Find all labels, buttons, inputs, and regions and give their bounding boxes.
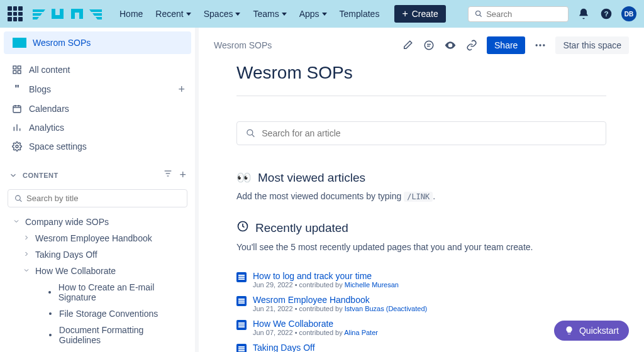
search-input[interactable] bbox=[486, 9, 562, 19]
recent-title[interactable]: Wesrom Employee Handbook bbox=[253, 295, 427, 305]
nav-item-recent[interactable]: Recent bbox=[150, 5, 196, 23]
breadcrumb[interactable]: Wesrom SOPs bbox=[214, 40, 272, 50]
nav-item-apps[interactable]: Apps bbox=[294, 5, 332, 23]
nav-items: HomeRecentSpacesTeamsAppsTemplates bbox=[114, 5, 384, 23]
chevron-down-icon bbox=[235, 13, 240, 16]
nav-item-home[interactable]: Home bbox=[114, 5, 148, 23]
gear-icon bbox=[11, 141, 23, 151]
help-icon[interactable]: ? bbox=[599, 6, 614, 21]
recently-updated-heading: Recently updated bbox=[236, 220, 606, 236]
svg-line-5 bbox=[480, 15, 482, 17]
recent-item: How to log and track your timeJun 29, 20… bbox=[236, 271, 606, 289]
chevron-down-icon[interactable] bbox=[13, 217, 20, 225]
sidebar-link-blogs[interactable]: "Blogs+ bbox=[5, 79, 190, 99]
sidebar-link-calendars[interactable]: Calendars bbox=[5, 99, 190, 118]
svg-line-24 bbox=[19, 199, 21, 201]
chevron-down-icon bbox=[186, 13, 191, 16]
contributor-link[interactable]: Michelle Muresan bbox=[345, 281, 399, 289]
space-name: Wesrom SOPs bbox=[33, 38, 91, 48]
most-viewed-heading: 👀 Most viewed articles bbox=[236, 170, 606, 185]
most-viewed-heading-text: Most viewed articles bbox=[258, 171, 365, 185]
avatar[interactable]: DB bbox=[621, 6, 636, 21]
recently-heading-text: Recently updated bbox=[255, 221, 348, 235]
svg-text:?: ? bbox=[604, 9, 608, 18]
recent-title[interactable]: How We Collaborate bbox=[253, 319, 378, 329]
nav-item-spaces[interactable]: Spaces bbox=[199, 5, 246, 23]
nav-item-templates[interactable]: Templates bbox=[335, 5, 385, 23]
title-search-input[interactable] bbox=[26, 194, 180, 203]
sidebar: Wesrom SOPs All content"Blogs+CalendarsA… bbox=[0, 28, 195, 352]
chevron-down-icon bbox=[282, 13, 287, 16]
tree-item[interactable]: Document Formatting Guidelines bbox=[5, 322, 190, 348]
edit-icon[interactable] bbox=[401, 39, 414, 52]
recently-desc: You'll see the 5 most recently updated p… bbox=[236, 242, 606, 252]
svg-point-30 bbox=[543, 44, 545, 46]
sidebar-link-all-content[interactable]: All content bbox=[5, 60, 190, 79]
contributor-link[interactable]: Istvan Buzas (Deactivated) bbox=[345, 305, 427, 312]
quote-icon: " bbox=[11, 84, 23, 95]
most-viewed-desc: Add the most viewed documents by typing … bbox=[236, 191, 606, 201]
contributor-link[interactable]: Alina Pater bbox=[344, 329, 378, 336]
logo[interactable] bbox=[33, 6, 102, 21]
bullet-icon bbox=[49, 334, 52, 336]
global-search[interactable] bbox=[468, 6, 569, 22]
create-button[interactable]: +Create bbox=[394, 5, 445, 23]
article-search-input[interactable] bbox=[262, 128, 597, 138]
topbar: HomeRecentSpacesTeamsAppsTemplates +Crea… bbox=[0, 0, 644, 28]
recent-meta: Jun 07, 2022 • contributed by Alina Pate… bbox=[253, 329, 378, 336]
svg-rect-11 bbox=[18, 70, 21, 74]
divider bbox=[236, 96, 606, 96]
recent-list: How to log and track your timeJun 29, 20… bbox=[236, 271, 606, 352]
watch-icon[interactable] bbox=[444, 39, 457, 52]
sidebar-link-analytics[interactable]: Analytics bbox=[5, 118, 190, 137]
comment-icon[interactable] bbox=[423, 39, 435, 52]
main-layout: Wesrom SOPs All content"Blogs+CalendarsA… bbox=[0, 28, 644, 352]
filter-icon[interactable] bbox=[163, 168, 173, 179]
share-button[interactable]: Share bbox=[487, 36, 525, 54]
tree-item[interactable]: How We Collaborate bbox=[5, 263, 190, 279]
sidebar-link-space-settings[interactable]: Space settings bbox=[5, 137, 190, 156]
quickstart-button[interactable]: Quickstart bbox=[554, 321, 629, 341]
nav-item-teams[interactable]: Teams bbox=[248, 5, 291, 23]
add-content-icon[interactable]: + bbox=[179, 168, 186, 182]
recent-title[interactable]: How to log and track your time bbox=[253, 271, 399, 281]
more-icon[interactable] bbox=[534, 39, 547, 52]
tree-item[interactable]: Company wide SOPs bbox=[5, 214, 190, 230]
svg-point-29 bbox=[540, 44, 541, 46]
content-label: CONTENT bbox=[23, 172, 58, 179]
notifications-icon[interactable] bbox=[576, 6, 591, 21]
link-icon[interactable] bbox=[465, 39, 478, 52]
chevron-right-icon[interactable] bbox=[23, 250, 30, 258]
space-header[interactable]: Wesrom SOPs bbox=[4, 31, 191, 54]
document-icon bbox=[236, 344, 247, 352]
calendar-icon bbox=[11, 104, 23, 114]
topbar-right: ? DB bbox=[468, 6, 636, 22]
search-icon bbox=[14, 194, 23, 203]
lightbulb-icon bbox=[564, 326, 574, 336]
tree-item[interactable]: Taking Days Off bbox=[5, 246, 190, 263]
page-body: Wesrom SOPs 👀 Most viewed articles Add t… bbox=[199, 63, 644, 352]
chevron-down-icon[interactable] bbox=[23, 267, 30, 274]
chart-icon bbox=[11, 123, 23, 133]
tree-item[interactable]: Holding Effective Meetings bbox=[5, 348, 190, 352]
tree-item[interactable]: File Storage Conventions bbox=[5, 305, 190, 322]
recent-item: Wesrom Employee HandbookJun 21, 2022 • c… bbox=[236, 295, 606, 312]
star-space-button[interactable]: Star this space bbox=[555, 36, 629, 54]
tree-item[interactable]: How to Create an E-mail Signature bbox=[5, 279, 190, 305]
article-search[interactable] bbox=[236, 121, 606, 145]
quickstart-label: Quickstart bbox=[579, 326, 619, 336]
recent-meta: Jun 29, 2022 • contributed by Michelle M… bbox=[253, 281, 399, 289]
add-icon[interactable]: + bbox=[178, 83, 185, 96]
title-search[interactable] bbox=[8, 189, 187, 207]
grid-icon bbox=[11, 65, 23, 75]
chevron-down-icon[interactable] bbox=[9, 171, 18, 180]
recent-meta: Jun 21, 2022 • contributed by Istvan Buz… bbox=[253, 305, 427, 312]
recent-title[interactable]: Taking Days Off bbox=[253, 343, 315, 352]
app-switcher-icon[interactable] bbox=[8, 6, 23, 21]
create-label: Create bbox=[412, 9, 438, 19]
tree-item[interactable]: Wesrom Employee Handbook bbox=[5, 230, 190, 246]
page-tree: Company wide SOPsWesrom Employee Handboo… bbox=[0, 214, 195, 352]
bullet-icon bbox=[48, 291, 51, 294]
svg-rect-12 bbox=[13, 106, 21, 113]
chevron-right-icon[interactable] bbox=[23, 234, 30, 241]
